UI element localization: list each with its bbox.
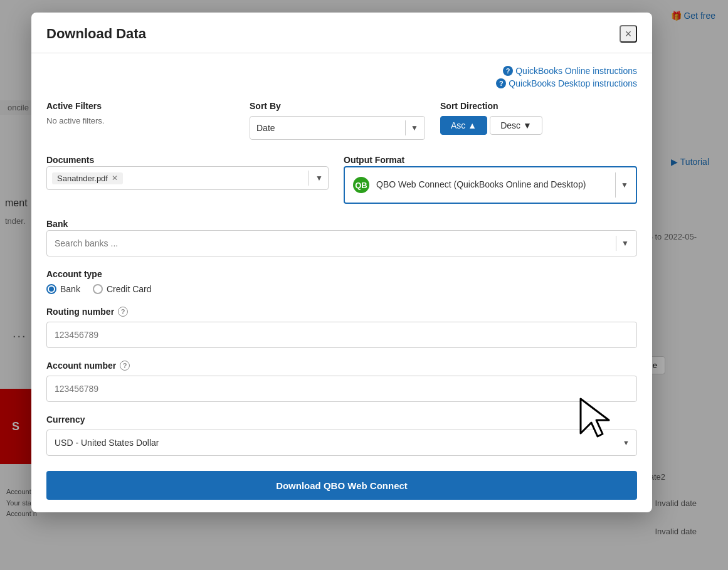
instructions-row: ? QuickBooks Online instructions ? Quick…: [46, 66, 637, 88]
documents-input[interactable]: Sanatnder.pdf ✕ ▼: [46, 166, 329, 190]
sort-by-col: Sort By Date Amount Description ▼: [250, 101, 425, 140]
sort-direction-col: Sort Direction Asc ▲ Desc ▼: [440, 101, 566, 135]
sort-direction-buttons: Asc ▲ Desc ▼: [440, 116, 566, 135]
account-type-radio-group: Bank Credit Card: [46, 284, 637, 294]
help-icon-desktop: ?: [496, 78, 506, 88]
account-number-field: Account number ?: [46, 361, 637, 402]
currency-select[interactable]: USD - United States Dollar EUR - Euro GB…: [46, 430, 637, 456]
output-format-label: Output Format: [344, 155, 637, 165]
bank-search-box[interactable]: ▼: [46, 230, 637, 256]
documents-row: Documents Sanatnder.pdf ✕ ▼ Output Forma…: [46, 155, 637, 204]
modal-title: Download Data: [46, 26, 146, 42]
documents-col: Documents Sanatnder.pdf ✕ ▼: [46, 155, 329, 190]
tag-remove-button[interactable]: ✕: [112, 174, 118, 182]
select-divider: [405, 120, 406, 135]
quickbooks-desktop-link[interactable]: ? QuickBooks Desktop instructions: [496, 78, 637, 88]
tag-input-divider: [309, 171, 309, 186]
output-format-col: Output Format QB QBO Web Connect (QuickB…: [344, 155, 637, 204]
active-filters-label: Active Filters: [46, 101, 235, 111]
bank-radio-circle: [46, 284, 56, 294]
online-instructions-label: QuickBooks Online instructions: [515, 66, 637, 76]
bank-radio-dot: [49, 287, 54, 292]
routing-number-input[interactable]: [46, 322, 637, 348]
modal-body: ? QuickBooks Online instructions ? Quick…: [31, 53, 652, 512]
credit-card-radio-option[interactable]: Credit Card: [93, 284, 152, 294]
asc-icon: ▲: [468, 120, 477, 130]
help-icon-online: ?: [503, 66, 513, 76]
routing-number-label: Routing number ?: [46, 307, 637, 317]
download-button[interactable]: Download QBO Web Connect: [46, 471, 637, 500]
sort-direction-label: Sort Direction: [440, 101, 566, 111]
account-number-help-icon[interactable]: ?: [120, 361, 130, 371]
asc-button[interactable]: Asc ▲: [440, 116, 487, 135]
account-type-label: Account type: [46, 269, 637, 279]
bank-radio-label: Bank: [60, 284, 80, 294]
routing-number-help-icon[interactable]: ?: [118, 307, 128, 317]
active-filters-value: No active filters.: [46, 116, 235, 125]
output-select-divider: [615, 172, 616, 198]
output-format-select[interactable]: QB QBO Web Connect (QuickBooks Online an…: [344, 166, 637, 204]
bank-label: Bank: [46, 219, 637, 229]
active-filters-col: Active Filters No active filters.: [46, 101, 235, 125]
modal-close-button[interactable]: ×: [620, 25, 637, 43]
currency-label: Currency: [46, 414, 637, 425]
bank-chevron-icon: ▼: [621, 239, 629, 248]
bank-section: Bank ▼: [46, 219, 637, 256]
output-format-text: QBO Web Connect (QuickBooks Online and D…: [376, 179, 586, 191]
bank-search-divider: [616, 236, 616, 251]
document-tag: Sanatnder.pdf ✕: [52, 172, 123, 184]
bank-radio-option[interactable]: Bank: [46, 284, 80, 294]
sort-by-label: Sort By: [250, 101, 425, 111]
sort-by-select-box[interactable]: Date Amount Description ▼: [250, 116, 425, 140]
doc-tag-text: Sanatnder.pdf: [57, 174, 108, 183]
credit-card-radio-label: Credit Card: [107, 284, 152, 294]
quickbooks-online-link[interactable]: ? QuickBooks Online instructions: [503, 66, 637, 76]
routing-number-text: Routing number: [46, 307, 114, 317]
account-number-input[interactable]: [46, 376, 637, 402]
account-number-label: Account number ?: [46, 361, 637, 371]
credit-card-radio-circle: [93, 284, 103, 294]
desktop-instructions-label: QuickBooks Desktop instructions: [509, 78, 637, 88]
svg-text:QB: QB: [355, 181, 367, 190]
output-format-chevron-icon: ▼: [621, 181, 628, 189]
account-type-section: Account type Bank Credit Card: [46, 269, 637, 294]
desc-button[interactable]: Desc ▼: [490, 116, 542, 135]
download-data-modal: Download Data × ? QuickBooks Online inst…: [31, 13, 652, 512]
currency-select-wrapper: USD - United States Dollar EUR - Euro GB…: [46, 430, 637, 456]
bank-search-input[interactable]: [55, 238, 611, 248]
currency-field: Currency USD - United States Dollar EUR …: [46, 414, 637, 456]
asc-label: Asc: [451, 120, 465, 130]
quickbooks-logo-icon: QB: [352, 176, 370, 194]
desc-label: Desc: [500, 120, 520, 130]
filters-row: Active Filters No active filters. Sort B…: [46, 101, 637, 140]
sort-by-chevron-icon: ▼: [411, 124, 418, 132]
account-number-text: Account number: [46, 361, 116, 371]
documents-chevron-icon: ▼: [315, 174, 323, 182]
routing-number-field: Routing number ?: [46, 307, 637, 348]
sort-by-select[interactable]: Date Amount Description: [256, 123, 400, 133]
output-format-content: QB QBO Web Connect (QuickBooks Online an…: [352, 176, 610, 194]
desc-icon: ▼: [523, 120, 532, 130]
modal-header: Download Data ×: [31, 13, 652, 53]
documents-label: Documents: [46, 155, 329, 165]
